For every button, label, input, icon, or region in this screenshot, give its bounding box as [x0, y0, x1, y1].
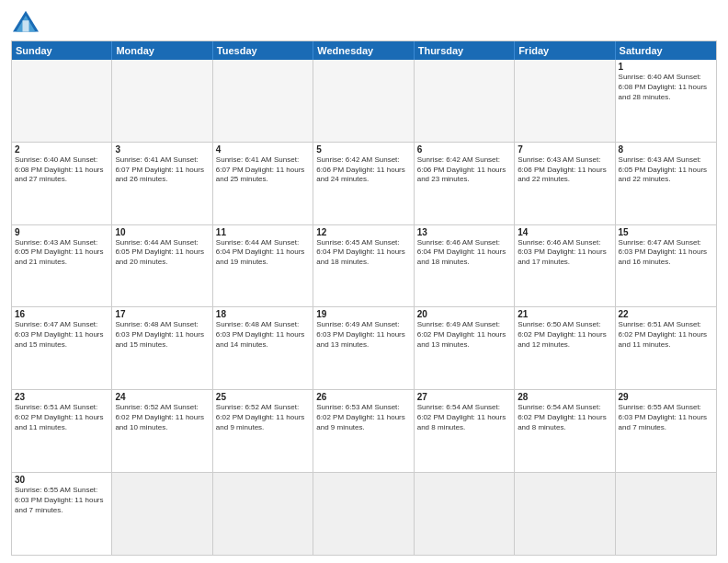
day-cell-9: 9Sunrise: 6:43 AM Sunset: 6:05 PM Daylig… [12, 225, 112, 307]
day-header-wednesday: Wednesday [313, 41, 414, 60]
empty-cell [313, 60, 414, 142]
day-cell-18: 18Sunrise: 6:48 AM Sunset: 6:03 PM Dayli… [213, 307, 313, 389]
day-number: 10 [115, 227, 209, 237]
day-number: 13 [417, 227, 511, 237]
day-number: 21 [518, 309, 611, 319]
day-cell-10: 10Sunrise: 6:44 AM Sunset: 6:05 PM Dayli… [112, 225, 212, 307]
day-cell-30: 30Sunrise: 6:55 AM Sunset: 6:03 PM Dayli… [12, 473, 112, 555]
day-number: 18 [216, 309, 310, 319]
day-number: 11 [216, 227, 310, 237]
day-info: Sunrise: 6:47 AM Sunset: 6:03 PM Dayligh… [15, 320, 108, 350]
day-cell-22: 22Sunrise: 6:51 AM Sunset: 6:02 PM Dayli… [616, 307, 716, 389]
logo-icon [11, 9, 40, 35]
empty-cell [112, 60, 212, 142]
day-info: Sunrise: 6:50 AM Sunset: 6:02 PM Dayligh… [518, 320, 611, 350]
day-number: 20 [417, 309, 511, 319]
day-info: Sunrise: 6:54 AM Sunset: 6:02 PM Dayligh… [417, 403, 511, 432]
day-info: Sunrise: 6:55 AM Sunset: 6:03 PM Dayligh… [15, 486, 108, 515]
day-cell-11: 11Sunrise: 6:44 AM Sunset: 6:04 PM Dayli… [213, 225, 313, 307]
day-headers: SundayMondayTuesdayWednesdayThursdayFrid… [12, 41, 716, 60]
day-cell-3: 3Sunrise: 6:41 AM Sunset: 6:07 PM Daylig… [112, 143, 212, 224]
empty-cell [515, 60, 615, 142]
day-info: Sunrise: 6:46 AM Sunset: 6:03 PM Dayligh… [518, 238, 611, 268]
day-number: 30 [15, 475, 108, 485]
day-info: Sunrise: 6:44 AM Sunset: 6:04 PM Dayligh… [216, 238, 310, 268]
day-info: Sunrise: 6:44 AM Sunset: 6:05 PM Dayligh… [115, 238, 209, 268]
day-info: Sunrise: 6:49 AM Sunset: 6:02 PM Dayligh… [417, 320, 511, 350]
day-number: 6 [417, 144, 511, 155]
day-cell-14: 14Sunrise: 6:46 AM Sunset: 6:03 PM Dayli… [515, 225, 615, 307]
day-info: Sunrise: 6:49 AM Sunset: 6:03 PM Dayligh… [316, 320, 410, 350]
empty-cell [415, 473, 515, 555]
day-info: Sunrise: 6:52 AM Sunset: 6:02 PM Dayligh… [216, 403, 310, 432]
day-info: Sunrise: 6:41 AM Sunset: 6:07 PM Dayligh… [216, 155, 310, 185]
day-info: Sunrise: 6:54 AM Sunset: 6:02 PM Dayligh… [518, 403, 611, 432]
day-number: 4 [216, 144, 310, 155]
day-cell-28: 28Sunrise: 6:54 AM Sunset: 6:02 PM Dayli… [515, 390, 615, 472]
empty-cell [313, 473, 414, 555]
day-cell-12: 12Sunrise: 6:45 AM Sunset: 6:04 PM Dayli… [313, 225, 414, 307]
day-info: Sunrise: 6:40 AM Sunset: 6:08 PM Dayligh… [619, 73, 713, 102]
day-cell-25: 25Sunrise: 6:52 AM Sunset: 6:02 PM Dayli… [213, 390, 313, 472]
day-info: Sunrise: 6:46 AM Sunset: 6:04 PM Dayligh… [417, 238, 511, 268]
day-number: 3 [115, 144, 209, 155]
day-info: Sunrise: 6:51 AM Sunset: 6:02 PM Dayligh… [15, 403, 108, 432]
day-info: Sunrise: 6:53 AM Sunset: 6:02 PM Dayligh… [316, 403, 410, 432]
day-cell-24: 24Sunrise: 6:52 AM Sunset: 6:02 PM Dayli… [112, 390, 212, 472]
day-number: 22 [619, 309, 713, 319]
day-cell-7: 7Sunrise: 6:43 AM Sunset: 6:06 PM Daylig… [515, 143, 615, 224]
day-cell-20: 20Sunrise: 6:49 AM Sunset: 6:02 PM Dayli… [415, 307, 515, 389]
logo [11, 9, 44, 35]
day-header-thursday: Thursday [415, 41, 515, 60]
svg-rect-2 [23, 20, 29, 31]
day-cell-6: 6Sunrise: 6:42 AM Sunset: 6:06 PM Daylig… [415, 143, 515, 224]
day-info: Sunrise: 6:42 AM Sunset: 6:06 PM Dayligh… [417, 155, 511, 185]
day-info: Sunrise: 6:47 AM Sunset: 6:03 PM Dayligh… [619, 238, 713, 268]
day-number: 16 [15, 309, 108, 319]
week-row-5: 30Sunrise: 6:55 AM Sunset: 6:03 PM Dayli… [12, 473, 716, 555]
week-row-3: 16Sunrise: 6:47 AM Sunset: 6:03 PM Dayli… [12, 307, 716, 390]
day-cell-1: 1Sunrise: 6:40 AM Sunset: 6:08 PM Daylig… [616, 60, 716, 142]
empty-cell [213, 473, 313, 555]
day-header-monday: Monday [112, 41, 212, 60]
day-cell-15: 15Sunrise: 6:47 AM Sunset: 6:03 PM Dayli… [616, 225, 716, 307]
page: SundayMondayTuesdayWednesdayThursdayFrid… [0, 0, 728, 563]
day-info: Sunrise: 6:55 AM Sunset: 6:03 PM Dayligh… [619, 403, 713, 432]
calendar: SundayMondayTuesdayWednesdayThursdayFrid… [11, 40, 717, 556]
day-cell-5: 5Sunrise: 6:42 AM Sunset: 6:06 PM Daylig… [313, 143, 414, 224]
day-info: Sunrise: 6:51 AM Sunset: 6:02 PM Dayligh… [619, 320, 713, 350]
day-number: 24 [115, 392, 209, 402]
day-number: 14 [518, 227, 611, 237]
day-header-tuesday: Tuesday [213, 41, 313, 60]
week-row-0: 1Sunrise: 6:40 AM Sunset: 6:08 PM Daylig… [12, 60, 716, 143]
day-header-sunday: Sunday [12, 41, 112, 60]
calendar-body: 1Sunrise: 6:40 AM Sunset: 6:08 PM Daylig… [12, 60, 716, 555]
empty-cell [415, 60, 515, 142]
day-number: 9 [15, 227, 108, 237]
day-info: Sunrise: 6:48 AM Sunset: 6:03 PM Dayligh… [115, 320, 209, 350]
day-number: 12 [316, 227, 410, 237]
day-cell-8: 8Sunrise: 6:43 AM Sunset: 6:05 PM Daylig… [616, 143, 716, 224]
empty-cell [12, 60, 112, 142]
day-info: Sunrise: 6:42 AM Sunset: 6:06 PM Dayligh… [316, 155, 410, 185]
day-number: 5 [316, 144, 410, 155]
day-cell-27: 27Sunrise: 6:54 AM Sunset: 6:02 PM Dayli… [415, 390, 515, 472]
day-cell-21: 21Sunrise: 6:50 AM Sunset: 6:02 PM Dayli… [515, 307, 615, 389]
empty-cell [515, 473, 615, 555]
empty-cell [213, 60, 313, 142]
day-number: 23 [15, 392, 108, 402]
header [11, 9, 717, 35]
week-row-4: 23Sunrise: 6:51 AM Sunset: 6:02 PM Dayli… [12, 390, 716, 473]
day-info: Sunrise: 6:48 AM Sunset: 6:03 PM Dayligh… [216, 320, 310, 350]
day-cell-26: 26Sunrise: 6:53 AM Sunset: 6:02 PM Dayli… [313, 390, 414, 472]
day-header-friday: Friday [515, 41, 615, 60]
day-number: 2 [15, 144, 108, 155]
day-info: Sunrise: 6:43 AM Sunset: 6:06 PM Dayligh… [518, 155, 611, 185]
day-cell-16: 16Sunrise: 6:47 AM Sunset: 6:03 PM Dayli… [12, 307, 112, 389]
day-info: Sunrise: 6:43 AM Sunset: 6:05 PM Dayligh… [619, 155, 713, 185]
week-row-1: 2Sunrise: 6:40 AM Sunset: 6:08 PM Daylig… [12, 143, 716, 225]
day-number: 8 [619, 144, 713, 155]
day-cell-2: 2Sunrise: 6:40 AM Sunset: 6:08 PM Daylig… [12, 143, 112, 224]
day-info: Sunrise: 6:43 AM Sunset: 6:05 PM Dayligh… [15, 238, 108, 268]
day-cell-23: 23Sunrise: 6:51 AM Sunset: 6:02 PM Dayli… [12, 390, 112, 472]
